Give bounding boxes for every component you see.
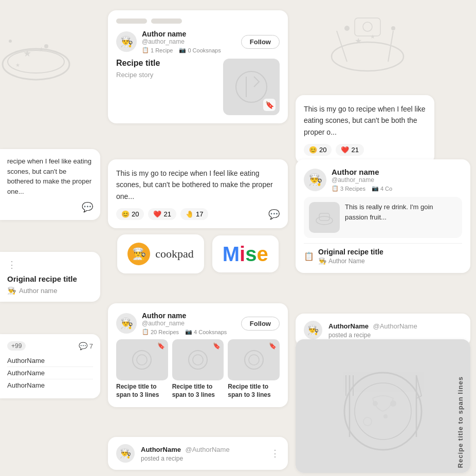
recipe-title-mid: Recipe title [116, 59, 217, 68]
activity-author-mid: AuthorName [141, 446, 181, 453]
author-name-right-profile: Author name [332, 168, 392, 176]
thumb-title-3: Recipe title to span to 3 lines [228, 383, 280, 399]
cooksnaps-stat-right: 📷 4 Co [372, 185, 392, 192]
author-row-mid: 👨‍🍳 Author name @author_name 📋 1 Recipe … [116, 30, 280, 53]
count-3: 17 [196, 210, 203, 218]
author-info-mid: 👨‍🍳 Author name @author_name 📋 1 Recipe … [116, 30, 221, 53]
author-row-grid: 👨‍🍳 Author name @author_name 📋 20 Recipe… [116, 312, 280, 335]
camera-icon-stat: 📷 [179, 47, 186, 53]
activity-text-right: AuthorName @AuthorName posted a recipe [328, 321, 417, 339]
cooksnaps-count-mid: 0 Cooksnaps [188, 47, 221, 53]
count-right-2: 21 [351, 146, 358, 154]
reaction-right-2[interactable]: ❤️ 21 [336, 144, 363, 156]
svg-point-20 [344, 26, 350, 31]
mid-activity-card: 👨‍🍳 AuthorName @AuthorName posted a reci… [108, 437, 288, 470]
svg-point-23 [363, 22, 372, 31]
right-story-text-1: This is my go to recipe when I feel like… [304, 103, 426, 138]
recipes-count-grid: 20 Recipes [151, 329, 179, 335]
thumb-icon-3 [241, 347, 267, 373]
user-name-1: AuthorName [7, 357, 45, 364]
emoji-right-2: ❤️ [341, 146, 349, 154]
recipe-thumbs-grid: 🔖 Recipe title to span to 3 lines 🔖 Reci… [116, 339, 280, 399]
three-dot-left[interactable]: ⋮ [7, 259, 16, 270]
thumb-grid-2: 🔖 [172, 339, 224, 380]
recipes-count-right: 3 Recipes [340, 186, 365, 192]
bookmark-grid-1[interactable]: 🔖 [157, 342, 165, 350]
thumb-grid-3: 🔖 [228, 339, 280, 380]
emoji-3: 🤚 [186, 210, 194, 218]
author-name-grid: Author name [142, 312, 227, 320]
camera-icon-right: 📷 [372, 185, 379, 192]
thumb-title-1: Recipe title to span to 3 lines [116, 383, 168, 399]
activity-author-right: AuthorName [328, 322, 369, 330]
svg-point-14 [249, 355, 259, 365]
stats-grid: 📋 20 Recipes 📷 4 Cooksnaps [142, 328, 227, 335]
cooksnaps-stat-grid: 📷 4 Cooksnaps [185, 328, 227, 335]
recipes-stat-grid: 📋 20 Recipes [142, 328, 179, 335]
mise-e: e [257, 244, 268, 264]
mise-logo-card: Mi se [212, 235, 279, 272]
recipe-icon-stat: 📋 [142, 47, 149, 53]
reactions-row-right-1: 😊 20 ❤️ 21 [304, 144, 426, 156]
reactions-row-mid-1: 😊 20 ❤️ 21 🤚 17 💬 [116, 208, 280, 220]
recipe-icon-grid: 📋 [142, 328, 149, 335]
svg-text:★: ★ [15, 62, 20, 68]
left-original-title: Original recipe title [7, 274, 93, 283]
thumb-grid-1: 🔖 [116, 339, 168, 380]
comment-button-mid-1[interactable]: 💬 [268, 209, 280, 220]
mise-m: M [223, 244, 240, 264]
reaction-3[interactable]: 🤚 17 [180, 208, 208, 220]
mid-story-text-1: This is my go to recipe when I feel like… [116, 168, 280, 202]
thumb-icon-1 [129, 347, 155, 373]
recipe-content-mid: Recipe title Recipe story 🔖 [116, 59, 280, 115]
comment-icon-left[interactable]: 💬 [82, 202, 93, 213]
reaction-2[interactable]: ❤️ 21 [148, 208, 176, 220]
original-recipe-author-row: 👨‍🍳 Author Name [318, 257, 383, 265]
svg-text:★: ★ [23, 48, 31, 59]
activity-action-mid: posted a recipe [141, 455, 230, 462]
user-list-item: AuthorName [7, 367, 93, 379]
activity-avatar-right: 👨‍🍳 [304, 321, 322, 339]
bookmark-grid-3[interactable]: 🔖 [269, 342, 277, 350]
user-name-2: AuthorName [7, 369, 45, 377]
right-profile-card: 👨‍🍳 Author name @author_name 📋 3 Recipes… [296, 159, 470, 273]
reaction-1[interactable]: 😊 20 [116, 208, 144, 220]
follow-button-mid[interactable]: Follow [241, 35, 280, 49]
cooksnaps-stat: 📷 0 Cooksnaps [179, 47, 221, 53]
activity-action-right: posted a recipe [328, 332, 417, 339]
thumb-item-2: 🔖 Recipe title to span to 3 lines [172, 339, 224, 399]
chef-icon-orig: 👨‍🍳 [318, 257, 326, 265]
emoji-2: ❤️ [153, 210, 161, 218]
avatar-right-profile: 👨‍🍳 [304, 169, 326, 191]
author-details-right-profile: Author name @author_name 📋 3 Recipes 📷 4… [332, 168, 392, 192]
reaction-right-1[interactable]: 😊 20 [304, 144, 332, 156]
emoji-1: 😊 [121, 210, 130, 218]
left-user-list-card: +99 💬 7 AuthorName AuthorName AuthorName [0, 334, 100, 398]
bookmark-icon-mid[interactable]: 🔖 [263, 99, 276, 111]
user-name-3: AuthorName [7, 381, 45, 389]
thumb-item-3: 🔖 Recipe title to span to 3 lines [228, 339, 280, 399]
svg-point-12 [193, 355, 203, 365]
author-name-mid: Author name [142, 30, 221, 38]
three-dot-mid-activity[interactable]: ⋮ [270, 448, 280, 459]
author-details-mid: Author name @author_name 📋 1 Recipe 📷 0 … [142, 30, 221, 53]
top-right-illustration: ★ ★ [296, 0, 440, 93]
thumb-item-1: 🔖 Recipe title to span to 3 lines [116, 339, 168, 399]
author-handle-mid: @author_name [142, 38, 221, 45]
follow-button-grid[interactable]: Follow [241, 317, 280, 331]
cookpad-icon: 👨‍🍳 [127, 243, 150, 265]
svg-rect-22 [355, 18, 380, 36]
food-illustration-left: ★ ★ ★ [0, 15, 77, 98]
logos-section: 👨‍🍳 cookpad Mi se [108, 226, 288, 282]
svg-point-1 [8, 50, 64, 73]
activity-handle-mid: @AuthorName [185, 446, 229, 453]
large-image-thumb: Recipe title to span lines [296, 339, 470, 473]
svg-point-0 [3, 49, 69, 80]
recipes-stat: 📋 1 Recipe [142, 47, 173, 53]
activity-avatar-mid: 👨‍🍳 [116, 444, 135, 463]
mid-recipe-post-card: 👨‍🍳 Author name @author_name 📋 1 Recipe … [108, 10, 288, 123]
large-food-illustration [326, 355, 440, 457]
story-text-right-profile: This is really re drink. I'm goin passio… [345, 202, 457, 233]
bookmark-grid-2[interactable]: 🔖 [213, 342, 221, 350]
svg-text:★: ★ [39, 46, 44, 53]
